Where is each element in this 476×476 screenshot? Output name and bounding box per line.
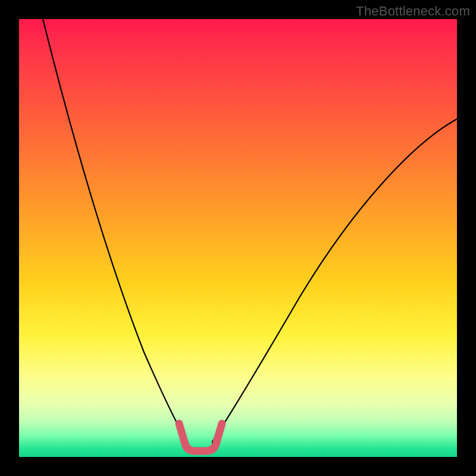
curve-path <box>43 19 457 451</box>
plot-area <box>19 19 457 457</box>
bottleneck-curve <box>19 19 457 457</box>
watermark-text: TheBottleneck.com <box>356 4 470 19</box>
flat-bottom-highlight <box>179 424 222 451</box>
chart-frame: TheBottleneck.com <box>0 0 476 476</box>
